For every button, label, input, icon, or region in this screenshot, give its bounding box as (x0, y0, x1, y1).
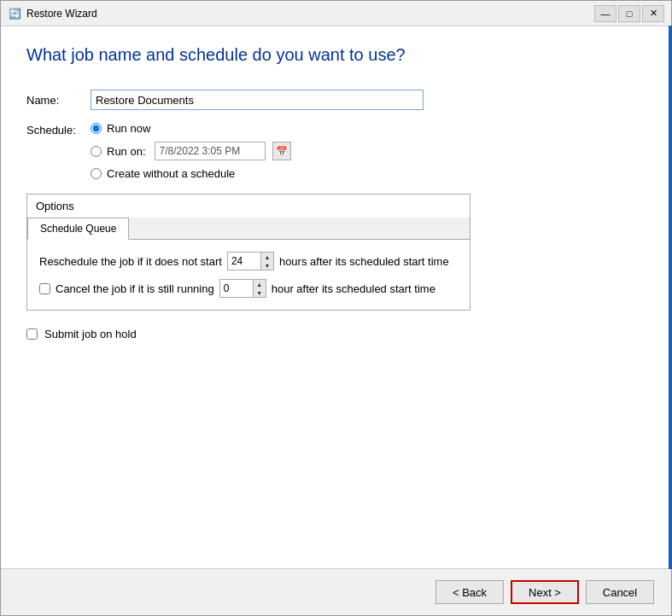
name-label: Name: (26, 94, 91, 107)
reschedule-suffix: hours after its scheduled start time (279, 255, 449, 268)
calendar-button[interactable]: 📅 (272, 142, 291, 160)
schedule-options: Run now Run on: 📅 Create without a sched… (91, 122, 291, 180)
next-button[interactable]: Next > (511, 580, 579, 604)
cancel-row: Cancel the job if it is still running ▲ … (39, 279, 458, 298)
no-schedule-label[interactable]: Create without a schedule (107, 167, 235, 180)
run-on-radio[interactable] (91, 146, 102, 157)
cancel-hours-input[interactable] (220, 280, 253, 297)
run-now-radio[interactable] (91, 123, 102, 134)
submit-hold-row: Submit job on hold (26, 328, 646, 340)
footer: < Back Next > Cancel (1, 568, 671, 615)
options-group-title: Options (27, 195, 470, 218)
tab-content: Reschedule the job if it does not start … (27, 240, 470, 310)
run-now-label[interactable]: Run now (107, 122, 150, 135)
name-row: Name: (26, 90, 646, 110)
cancel-spin-down[interactable]: ▼ (254, 288, 266, 297)
options-group: Options Schedule Queue Reschedule the jo… (26, 194, 470, 311)
reschedule-row: Reschedule the job if it does not start … (39, 252, 458, 270)
schedule-section: Schedule: Run now Run on: 📅 Create w (26, 122, 646, 180)
minimize-button[interactable]: — (594, 5, 616, 22)
schedule-label: Schedule: (26, 122, 91, 137)
run-on-label[interactable]: Run on: (107, 145, 146, 158)
wizard-content: What job name and schedule do you want t… (1, 26, 671, 568)
cancel-spin-up[interactable]: ▲ (254, 280, 266, 288)
cancel-button[interactable]: Cancel (586, 580, 654, 604)
run-on-datetime-input[interactable] (155, 142, 266, 160)
window-title: Restore Wizard (26, 8, 594, 20)
reschedule-spinbox-arrows: ▲ ▼ (260, 253, 273, 270)
cancel-label[interactable]: Cancel the job if it is still running (56, 282, 214, 295)
cancel-checkbox[interactable] (39, 283, 50, 294)
no-schedule-radio[interactable] (91, 168, 102, 179)
name-input[interactable] (91, 90, 424, 110)
reschedule-spin-up[interactable]: ▲ (261, 253, 273, 261)
window-icon: 🔄 (8, 7, 21, 20)
cancel-spinbox-arrows: ▲ ▼ (253, 280, 266, 297)
tab-bar: Schedule Queue (27, 218, 470, 240)
schedule-queue-tab[interactable]: Schedule Queue (27, 218, 129, 240)
submit-hold-label[interactable]: Submit job on hold (44, 328, 137, 340)
reschedule-spinbox: ▲ ▼ (227, 252, 274, 270)
no-schedule-row: Create without a schedule (91, 167, 291, 180)
title-bar: 🔄 Restore Wizard — □ ✕ (1, 1, 671, 26)
reschedule-prefix: Reschedule the job if it does not start (39, 255, 222, 268)
wizard-window: 🔄 Restore Wizard — □ ✕ What job name and… (0, 0, 672, 616)
run-on-row: Run on: 📅 (91, 142, 291, 160)
reschedule-spin-down[interactable]: ▼ (261, 261, 273, 270)
cancel-spinbox: ▲ ▼ (219, 279, 266, 298)
cancel-suffix: hour after its scheduled start time (272, 282, 435, 295)
window-controls: — □ ✕ (594, 5, 664, 22)
page-title: What job name and schedule do you want t… (26, 44, 646, 66)
side-accent-bar (669, 26, 672, 569)
back-button[interactable]: < Back (435, 580, 504, 604)
maximize-button[interactable]: □ (618, 5, 640, 22)
run-now-row: Run now (91, 122, 291, 135)
close-button[interactable]: ✕ (642, 5, 664, 22)
reschedule-hours-input[interactable] (228, 253, 260, 270)
submit-hold-checkbox[interactable] (26, 328, 38, 340)
